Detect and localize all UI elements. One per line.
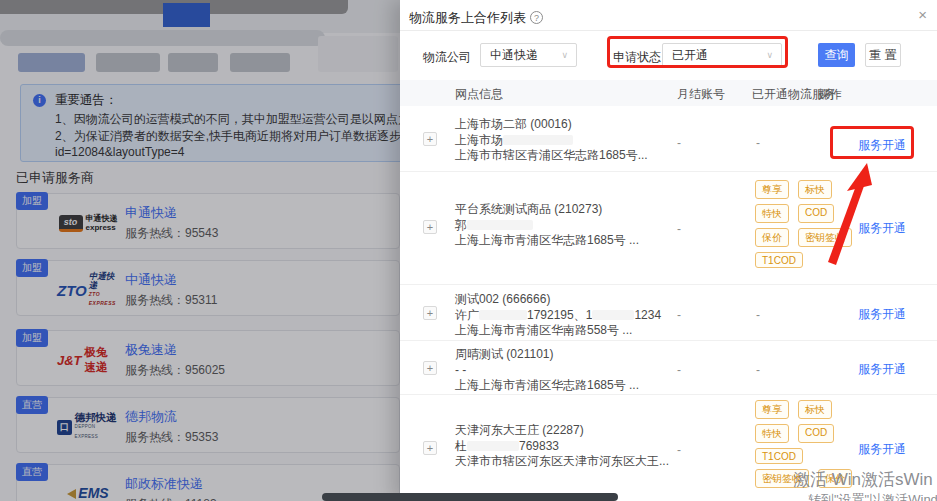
table-header: 网点信息 月结账号 已开通物流服务 操作 — [400, 80, 937, 106]
service-tag: COD — [798, 424, 834, 443]
service-tag: 保价 — [755, 228, 789, 247]
open-service-link[interactable]: 服务开通 — [858, 361, 906, 378]
bottom-black-bar — [322, 493, 618, 501]
windows-activation-watermark: 激活 Win激活sWin — [793, 468, 933, 491]
month-account-value: - — [677, 443, 681, 457]
redacted-area — [503, 135, 573, 145]
network-address: 上海市市辖区青浦区华志路1685号... — [455, 148, 648, 164]
help-icon[interactable]: ? — [530, 11, 543, 24]
service-tags: 尊享 标快 特快 COD 保价 密钥签收 T1COD — [755, 180, 859, 268]
service-tag: 标快 — [798, 400, 832, 419]
redacted-area — [467, 220, 533, 230]
screen: i 重要通告： 1、因物流公司的运营模式的不同，其中加盟型运营公司是以网点为单位… — [0, 0, 937, 501]
network-info: 测试002 (666666) 许广1792195、11234 上海上海市青浦区华… — [455, 292, 661, 339]
service-tag: COD — [798, 204, 834, 223]
network-name: 周晴测试 (021101) — [455, 347, 639, 363]
open-service-link[interactable]: 服务开通 — [858, 441, 906, 458]
network-contact: 上海市场 — [455, 133, 648, 149]
table-row: + 平台系统测试商品 (210273) 郭 上海上海市青浦区华志路1685号 .… — [400, 172, 937, 285]
network-contact: 许广1792195、11234 — [455, 308, 661, 324]
expand-row-button[interactable]: + — [423, 306, 437, 320]
status-select[interactable]: 已开通 ∨ — [662, 43, 782, 67]
redacted-area — [479, 310, 527, 320]
table-row: + 周晴测试 (021101) - - 上海上海市青浦区华志路1685号 ...… — [400, 341, 937, 395]
network-address: 上海上海市青浦区华志路1685号 ... — [455, 378, 639, 394]
reset-button[interactable]: 重 置 — [865, 43, 901, 67]
drawer-title: 物流服务上合作列表? — [409, 9, 543, 27]
network-name: 上海市场二部 (00016) — [455, 117, 648, 133]
logistics-cooperation-drawer: 物流服务上合作列表? × 物流公司 中通快递 ∨ 申请状态 已开通 ∨ 查询 重… — [400, 0, 937, 501]
windows-activation-watermark-line2: 转到"设置"以激活Windows — [808, 491, 937, 501]
service-tag: 密钥签收 — [798, 228, 852, 247]
company-select[interactable]: 中通快递 ∨ — [480, 43, 577, 67]
month-account-value: - — [677, 222, 681, 236]
chevron-down-icon: ∨ — [766, 44, 773, 66]
service-tag: 尊享 — [755, 180, 789, 199]
services-value: - — [756, 136, 760, 150]
service-tag: 特快 — [755, 424, 789, 443]
network-address: 天津市市辖区河东区天津市河东区大王... — [455, 454, 669, 470]
col-network-info: 网点信息 — [455, 86, 503, 103]
network-name: 平台系统测试商品 (210273) — [455, 202, 639, 218]
drawer-dim-overlay[interactable] — [0, 0, 400, 501]
service-tag: 尊享 — [755, 400, 789, 419]
expand-row-button[interactable]: + — [423, 220, 437, 234]
service-tag: 标快 — [798, 180, 832, 199]
network-name: 天津河东大王庄 (22287) — [455, 423, 669, 439]
col-month-account: 月结账号 — [677, 86, 725, 103]
chevron-down-icon: ∨ — [561, 44, 568, 66]
expand-row-button[interactable]: + — [423, 132, 437, 146]
network-contact: 郭 — [455, 218, 639, 234]
network-contact: 杜769833 — [455, 439, 669, 455]
month-account-value: - — [677, 308, 681, 322]
service-tag: T1COD — [755, 252, 803, 268]
open-service-link[interactable]: 服务开通 — [858, 220, 906, 237]
network-info: 天津河东大王庄 (22287) 杜769833 天津市市辖区河东区天津市河东区大… — [455, 423, 669, 470]
status-filter-label: 申请状态 — [613, 49, 661, 66]
company-filter-label: 物流公司 — [423, 49, 471, 66]
redacted-area — [592, 310, 634, 320]
services-value: - — [756, 363, 760, 377]
service-tag: T1COD — [755, 448, 803, 464]
month-account-value: - — [677, 136, 681, 150]
col-actions: 操作 — [818, 86, 842, 103]
month-account-value: - — [677, 363, 681, 377]
network-contact: - - — [455, 363, 639, 379]
title-divider — [400, 30, 937, 31]
redacted-area — [467, 441, 519, 451]
open-service-link[interactable]: 服务开通 — [858, 137, 906, 154]
expand-row-button[interactable]: + — [423, 441, 437, 455]
service-tag: 特快 — [755, 204, 789, 223]
table-row: + 测试002 (666666) 许广1792195、11234 上海上海市青浦… — [400, 285, 937, 341]
network-name: 测试002 (666666) — [455, 292, 661, 308]
network-info: 周晴测试 (021101) - - 上海上海市青浦区华志路1685号 ... — [455, 347, 639, 394]
table-row: + 上海市场二部 (00016) 上海市场 上海市市辖区青浦区华志路1685号.… — [400, 106, 937, 172]
close-icon[interactable]: × — [918, 6, 927, 23]
network-address: 上海上海市青浦区华南路558号 ... — [455, 323, 661, 339]
network-info: 上海市场二部 (00016) 上海市场 上海市市辖区青浦区华志路1685号... — [455, 117, 648, 164]
services-value: - — [756, 308, 760, 322]
network-info: 平台系统测试商品 (210273) 郭 上海上海市青浦区华志路1685号 ... — [455, 202, 639, 249]
open-service-link[interactable]: 服务开通 — [858, 306, 906, 323]
expand-row-button[interactable]: + — [423, 361, 437, 375]
search-button[interactable]: 查询 — [818, 43, 855, 67]
network-address: 上海上海市青浦区华志路1685号 ... — [455, 233, 639, 249]
